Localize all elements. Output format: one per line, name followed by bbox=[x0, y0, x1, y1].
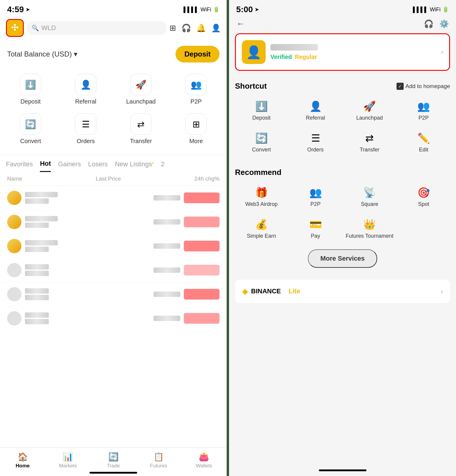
add-to-homepage[interactable]: ✓ Add to homepage bbox=[397, 83, 450, 90]
tab-gainers[interactable]: Gainers bbox=[58, 160, 81, 172]
change-3 bbox=[184, 241, 220, 251]
referral-label-right: Referral bbox=[306, 115, 325, 121]
referral-icon-box: 👤 bbox=[75, 74, 96, 95]
binance-diamond-icon: ◆ bbox=[242, 287, 248, 296]
checkbox-icon: ✓ bbox=[397, 83, 404, 90]
nav-futures[interactable]: 📋 Futures bbox=[136, 452, 181, 469]
home-indicator-right bbox=[319, 469, 366, 471]
balance-section: Total Balance (USD) ▾ Deposit bbox=[0, 40, 227, 66]
nav-wallets[interactable]: 👛 Wallets bbox=[181, 452, 227, 469]
tab-extra[interactable]: 2 bbox=[161, 160, 164, 172]
recommend-futures-tournament[interactable]: 👑 Futures Tournament bbox=[343, 214, 396, 244]
back-button[interactable]: ← bbox=[236, 19, 245, 29]
action-more[interactable]: ⊞ More bbox=[169, 109, 224, 149]
shortcut-orders[interactable]: ☰ Orders bbox=[289, 127, 342, 158]
change-1 bbox=[184, 192, 220, 203]
spot-icon: 🎯 bbox=[417, 187, 430, 198]
table-row[interactable] bbox=[0, 282, 227, 306]
shortcut-transfer[interactable]: ⇄ Transfer bbox=[343, 127, 396, 158]
qr-icon[interactable]: ⊞ bbox=[170, 24, 176, 33]
more-services-button[interactable]: More Services bbox=[308, 249, 377, 268]
coin-icon-4 bbox=[7, 263, 21, 277]
markets-nav-label: Markets bbox=[59, 463, 77, 469]
action-launchpad[interactable]: 🚀 Launchpad bbox=[113, 70, 169, 109]
recommend-spot[interactable]: 🎯 Spot bbox=[397, 182, 450, 212]
binance-logo[interactable] bbox=[6, 19, 24, 37]
bell-icon[interactable]: 🔔 bbox=[196, 24, 206, 33]
search-bar[interactable]: 🔍 WLD bbox=[27, 21, 167, 35]
referral-label: Referral bbox=[75, 98, 96, 105]
action-referral[interactable]: 👤 Referral bbox=[58, 70, 114, 109]
deposit-icon-right: ⬇️ bbox=[255, 100, 268, 112]
recommend-web3[interactable]: 🎁 Web3 Airdrop bbox=[235, 182, 288, 212]
wifi-icon: WiFi bbox=[200, 7, 211, 13]
action-transfer[interactable]: ⇄ Transfer bbox=[113, 109, 169, 149]
balance-label[interactable]: Total Balance (USD) ▾ bbox=[7, 50, 77, 58]
nav-home[interactable]: 🏠 Home bbox=[0, 452, 45, 469]
recommend-section: Recommend 🎁 Web3 Airdrop 👥 P2P 📡 Square … bbox=[229, 163, 456, 280]
recommend-p2p[interactable]: 👥 P2P bbox=[289, 182, 342, 212]
tab-favorites[interactable]: Favorites bbox=[6, 160, 33, 172]
profile-badges: Verified Regular bbox=[270, 54, 436, 60]
shortcut-convert[interactable]: 🔄 Convert bbox=[235, 127, 288, 158]
shortcut-edit[interactable]: ✏️ Edit bbox=[397, 127, 450, 158]
action-convert[interactable]: 🔄 Convert bbox=[3, 109, 58, 149]
shortcut-referral[interactable]: 👤 Referral bbox=[289, 95, 342, 126]
trade-icon: 🔄 bbox=[108, 452, 119, 462]
search-text: WLD bbox=[41, 24, 56, 32]
recommend-grid: 🎁 Web3 Airdrop 👥 P2P 📡 Square 🎯 Spot 💰 S… bbox=[235, 182, 450, 245]
quick-actions-grid: ⬇️ Deposit 👤 Referral 🚀 Launchpad 👥 P2P … bbox=[0, 66, 227, 155]
action-p2p[interactable]: 👥 P2P bbox=[169, 70, 224, 109]
deposit-label-right: Deposit bbox=[252, 115, 270, 121]
user-icon[interactable]: 👤 bbox=[211, 24, 221, 33]
home-icon: 🏠 bbox=[18, 452, 28, 462]
change-6 bbox=[184, 313, 220, 324]
table-row[interactable] bbox=[0, 210, 227, 234]
action-orders[interactable]: ☰ Orders bbox=[58, 109, 114, 149]
nav-trade[interactable]: 🔄 Trade bbox=[91, 452, 136, 469]
row-left bbox=[7, 287, 150, 301]
binance-logo-svg bbox=[10, 23, 20, 33]
headset-icon[interactable]: 🎧 bbox=[181, 24, 191, 33]
binance-lite-card[interactable]: ◆ BINANCE Lite › bbox=[235, 280, 450, 303]
binance-lite-chevron: › bbox=[441, 288, 443, 295]
coin-sub-2 bbox=[25, 223, 49, 228]
signal-icon-right: ▌▌▌▌ bbox=[413, 7, 428, 13]
recommend-square[interactable]: 📡 Square bbox=[343, 182, 396, 212]
recommend-pay[interactable]: 💳 Pay bbox=[289, 214, 342, 244]
shortcut-launchpad[interactable]: 🚀 Launchpad bbox=[343, 95, 396, 126]
right-panel: 5:00 ➤ ▌▌▌▌ WiFi 🔋 ← 🎧 ⚙️ 👤 Verified Reg… bbox=[229, 0, 456, 476]
row-left bbox=[7, 311, 150, 325]
profile-card[interactable]: 👤 Verified Regular › bbox=[235, 33, 450, 71]
recommend-simple-earn[interactable]: 💰 Simple Earn bbox=[235, 214, 288, 244]
market-tabs: Favorites Hot Gainers Losers New Listing… bbox=[0, 155, 227, 172]
shortcut-deposit[interactable]: ⬇️ Deposit bbox=[235, 95, 288, 126]
verified-badge: Verified bbox=[270, 54, 292, 60]
time-right: 5:00 bbox=[236, 5, 253, 14]
deposit-button-main[interactable]: Deposit bbox=[175, 46, 220, 62]
futures-icon: 📋 bbox=[153, 452, 164, 462]
table-row[interactable] bbox=[0, 306, 227, 331]
transfer-icon-box: ⇄ bbox=[130, 113, 152, 135]
convert-label-right: Convert bbox=[252, 146, 271, 153]
launchpad-icon-box: 🚀 bbox=[130, 74, 152, 95]
pay-label: Pay bbox=[311, 233, 320, 239]
table-row[interactable] bbox=[0, 186, 227, 210]
coin-sub-5 bbox=[25, 295, 49, 300]
orders-label-right: Orders bbox=[307, 146, 324, 153]
settings-icon[interactable]: ⚙️ bbox=[439, 19, 449, 29]
price-3 bbox=[153, 243, 180, 249]
nav-markets[interactable]: 📊 Markets bbox=[45, 452, 90, 469]
shortcut-p2p[interactable]: 👥 P2P bbox=[397, 95, 450, 126]
wifi-icon-right: WiFi bbox=[430, 7, 441, 13]
location-icon-left: ➤ bbox=[26, 6, 30, 13]
transfer-label-right: Transfer bbox=[360, 146, 379, 153]
p2p-rec-icon: 👥 bbox=[309, 187, 322, 198]
table-row[interactable] bbox=[0, 258, 227, 282]
tab-hot[interactable]: Hot bbox=[40, 160, 51, 172]
tab-losers[interactable]: Losers bbox=[88, 160, 108, 172]
headset-icon-right[interactable]: 🎧 bbox=[424, 19, 433, 29]
table-row[interactable] bbox=[0, 234, 227, 258]
action-deposit[interactable]: ⬇️ Deposit bbox=[3, 70, 58, 109]
tab-new-listings[interactable]: New Listings● bbox=[115, 160, 154, 172]
